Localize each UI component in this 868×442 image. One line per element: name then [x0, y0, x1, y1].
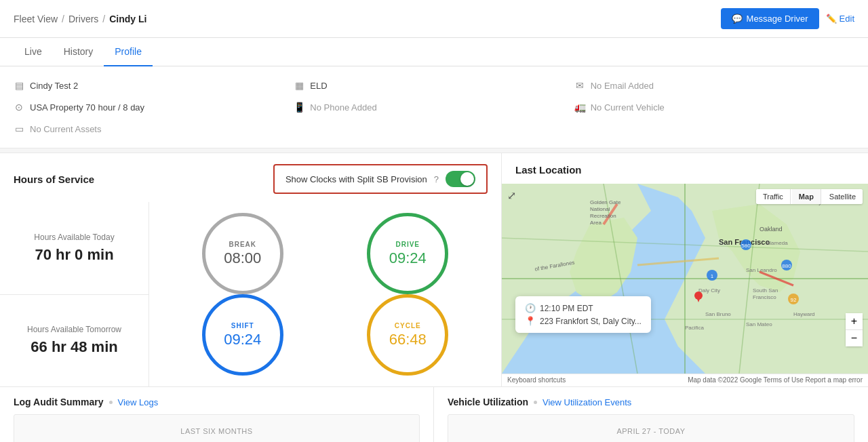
- svg-text:Oakland: Oakland: [760, 226, 783, 233]
- svg-text:South SanFrancisco: South SanFrancisco: [753, 287, 778, 300]
- hos-title: Hours of Service: [14, 174, 94, 185]
- zoom-out-button[interactable]: −: [846, 330, 863, 346]
- map-footer-left[interactable]: Keyboard shortcuts: [507, 376, 566, 384]
- pin-icon: 📍: [525, 316, 536, 326]
- view-logs-link[interactable]: View Logs: [118, 397, 159, 407]
- email-icon: ✉: [574, 80, 585, 91]
- break-clock: BREAK 08:00: [202, 213, 283, 294]
- cycle-clock: CYCLE 66:48: [367, 294, 448, 376]
- vehicle-util-dot: [534, 401, 537, 404]
- map-footer-right: Map data ©2022 Google Terms of Use Repor…: [688, 376, 863, 384]
- tab-history[interactable]: History: [53, 38, 104, 66]
- cycle-clock-label: CYCLE: [395, 322, 421, 329]
- main-content: Hours of Service Show Clocks with Split …: [0, 153, 868, 386]
- split-sb-box: Show Clocks with Split SB Provision ?: [273, 164, 488, 194]
- map-popup: 🕐 12:10 PM EDT 📍 223 Frankfort St, Daly …: [515, 296, 651, 333]
- clock-icon: 🕐: [525, 303, 536, 313]
- map-container: San Francisco Oakland Alameda San Leandr…: [502, 184, 868, 374]
- drive-clock-value: 09:24: [389, 249, 427, 267]
- page-header: Fleet View / Drivers / Cindy Li 💬 Messag…: [0, 0, 868, 38]
- map-svg: San Francisco Oakland Alameda San Leandr…: [502, 184, 868, 374]
- profile-ruleset-item: ⊙ USA Property 70 hour / 8 day: [14, 99, 294, 115]
- split-sb-toggle[interactable]: [446, 171, 475, 187]
- help-icon[interactable]: ?: [434, 174, 439, 184]
- profile-eld: ELD: [310, 81, 327, 91]
- tab-live[interactable]: Live: [14, 38, 53, 66]
- view-utilization-link[interactable]: View Utilization Events: [542, 397, 631, 407]
- zoom-in-button[interactable]: +: [846, 313, 863, 330]
- profile-phone-item: 📱 No Phone Added: [294, 99, 574, 115]
- hours-tomorrow-label: Hours Available Tomorrow: [27, 325, 121, 334]
- profile-ruleset: USA Property 70 hour / 8 day: [30, 102, 144, 113]
- svg-text:580: 580: [741, 243, 751, 249]
- tab-profile[interactable]: Profile: [104, 38, 153, 66]
- hours-today-card: Hours Available Today 70 hr 0 min: [0, 202, 149, 295]
- profile-assets-item: ▭ No Current Assets: [14, 121, 294, 137]
- hours-tomorrow-value: 66 hr 48 min: [31, 338, 117, 356]
- log-audit-period: LAST SIX MONTHS: [180, 427, 252, 435]
- hos-body: Hours Available Today 70 hr 0 min Hours …: [0, 202, 501, 386]
- hours-tomorrow-card: Hours Available Tomorrow 66 hr 48 min: [0, 295, 149, 387]
- traffic-button[interactable]: Traffic: [756, 189, 791, 204]
- map-expand-button[interactable]: ⤢: [507, 189, 516, 202]
- hos-header: Hours of Service Show Clocks with Split …: [14, 164, 488, 194]
- message-icon: 💬: [732, 14, 743, 24]
- svg-text:Alameda: Alameda: [766, 240, 788, 246]
- hos-stats: Hours Available Today 70 hr 0 min Hours …: [0, 202, 149, 386]
- toggle-slider: [446, 171, 475, 187]
- log-audit-dot: [109, 401, 113, 404]
- message-driver-button[interactable]: 💬 Message Driver: [721, 8, 819, 29]
- popup-address: 223 Frankfort St, Daly City...: [540, 317, 642, 326]
- profile-name: Cindy Test 2: [30, 81, 78, 91]
- tab-bar: Live History Profile: [0, 38, 868, 66]
- location-icon: ⊙: [14, 102, 24, 113]
- left-panel: Hours of Service Show Clocks with Split …: [0, 153, 502, 386]
- profile-phone: No Phone Added: [310, 102, 376, 113]
- log-audit-header: Log Audit Summary View Logs: [14, 397, 420, 407]
- edit-icon: ✏️: [826, 14, 837, 24]
- section-divider: [0, 148, 868, 153]
- vehicle-util-period: APRIL 27 - TODAY: [616, 427, 685, 435]
- map-button[interactable]: Map: [792, 189, 821, 204]
- svg-text:92: 92: [791, 297, 797, 303]
- breadcrumb-sep2: /: [102, 14, 105, 24]
- popup-time: 12:10 PM EDT: [540, 304, 593, 313]
- svg-text:1: 1: [711, 273, 714, 279]
- assets-icon: ▭: [14, 123, 24, 134]
- vehicle-util-panel: Vehicle Utilization View Utilization Eve…: [434, 387, 868, 442]
- log-audit-content: LAST SIX MONTHS: [14, 414, 420, 442]
- profile-assets: No Current Assets: [30, 124, 102, 134]
- profile-grid: ▤ Cindy Test 2 ▦ ELD ✉ No Email Added ⊙ …: [14, 77, 854, 137]
- profile-info: ▤ Cindy Test 2 ▦ ELD ✉ No Email Added ⊙ …: [0, 66, 868, 148]
- drive-clock: DRIVE 09:24: [367, 213, 448, 294]
- drive-clock-label: DRIVE: [395, 241, 420, 248]
- shift-clock-label: SHIFT: [231, 322, 254, 329]
- profile-vehicle-item: 🚛 No Current Vehicle: [574, 99, 854, 115]
- hos-clocks: BREAK 08:00 DRIVE 09:24 SHIFT 09:24 CYCL…: [149, 202, 501, 386]
- profile-email: No Email Added: [591, 81, 654, 91]
- phone-icon: 📱: [294, 102, 304, 113]
- right-panel: Last Location: [502, 153, 868, 386]
- map-zoom-controls: + −: [846, 313, 863, 346]
- breadcrumb-drivers[interactable]: Drivers: [68, 14, 98, 24]
- svg-text:Daly City: Daly City: [698, 287, 720, 294]
- header-actions: 💬 Message Driver ✏️ Edit: [721, 8, 854, 29]
- last-location-header: Last Location: [502, 153, 868, 176]
- log-audit-title: Log Audit Summary: [14, 397, 104, 407]
- svg-text:San Bruno: San Bruno: [705, 311, 731, 317]
- shift-clock: SHIFT 09:24: [202, 294, 283, 376]
- profile-name-item: ▤ Cindy Test 2: [14, 77, 294, 94]
- hours-today-label: Hours Available Today: [34, 233, 114, 242]
- svg-text:880: 880: [782, 263, 791, 269]
- log-audit-panel: Log Audit Summary View Logs LAST SIX MON…: [0, 387, 434, 442]
- breadcrumb-fleet-view[interactable]: Fleet View: [14, 14, 58, 24]
- profile-vehicle: No Current Vehicle: [591, 102, 665, 113]
- message-button-label: Message Driver: [747, 14, 808, 24]
- eld-icon: ▦: [294, 80, 304, 91]
- popup-time-row: 🕐 12:10 PM EDT: [525, 303, 642, 313]
- edit-button[interactable]: ✏️ Edit: [826, 14, 854, 24]
- satellite-button[interactable]: Satellite: [823, 189, 863, 204]
- split-sb-label: Show Clocks with Split SB Provision: [285, 174, 427, 184]
- breadcrumb-current: Cindy Li: [109, 14, 146, 24]
- hours-today-value: 70 hr 0 min: [35, 246, 113, 264]
